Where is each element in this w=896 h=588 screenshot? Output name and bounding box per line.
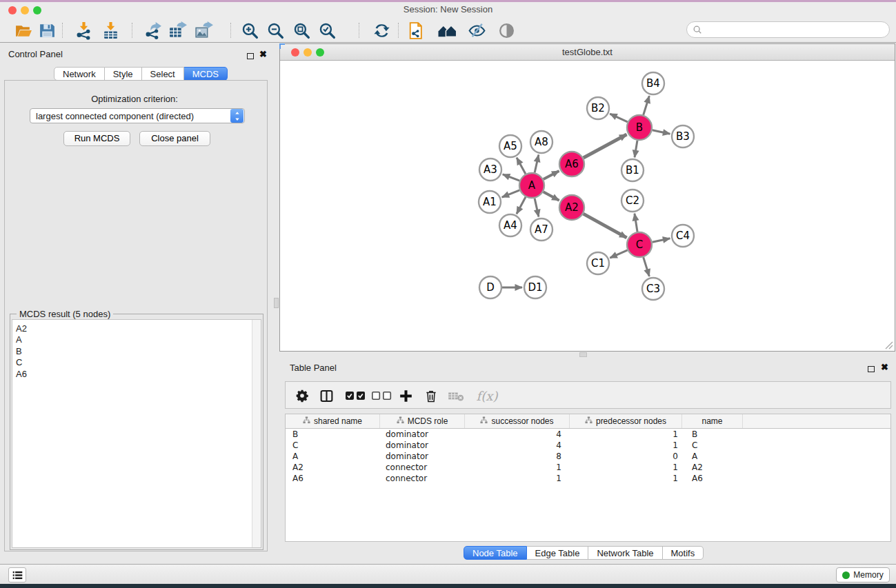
- table-cell[interactable]: A2: [286, 462, 380, 473]
- table-cell[interactable]: 1: [570, 429, 682, 440]
- mcds-result-list[interactable]: A2ABCA6: [12, 319, 261, 548]
- table-cell[interactable]: dominator: [380, 451, 465, 462]
- graph-edge-A-A4[interactable]: [517, 197, 526, 214]
- close-table-panel-icon[interactable]: ✖: [881, 363, 888, 372]
- table-cell[interactable]: 1: [570, 440, 682, 451]
- graph-node-A3[interactable]: A3: [479, 159, 501, 181]
- table-row[interactable]: Bdominator41B: [286, 429, 890, 440]
- network-graph-canvas[interactable]: B4B2BB3A5A8A6B1A3AC2A1A2A4A7C4CC1C3DD1: [280, 61, 895, 351]
- settings-gear-icon[interactable]: [292, 387, 312, 405]
- search-input[interactable]: [705, 25, 889, 34]
- table-cell[interactable]: C: [682, 440, 743, 451]
- tab-network-table[interactable]: Network Table: [588, 546, 662, 560]
- table-cell[interactable]: 4: [465, 429, 570, 440]
- graph-node-A6[interactable]: A6: [559, 152, 584, 176]
- graph-node-C4[interactable]: C4: [672, 225, 694, 247]
- graph-node-A8[interactable]: A8: [530, 131, 552, 153]
- graph-node-C1[interactable]: C1: [587, 252, 609, 274]
- optimization-criterion-select[interactable]: largest connected component (directed): [30, 108, 245, 123]
- table-cell[interactable]: C: [286, 440, 380, 451]
- zoom-out-icon[interactable]: [265, 20, 286, 41]
- graph-node-A7[interactable]: A7: [530, 219, 552, 241]
- task-history-button[interactable]: [8, 567, 26, 582]
- network-from-document-icon[interactable]: [405, 20, 426, 41]
- graph-edge-A-A1[interactable]: [502, 190, 520, 197]
- table-cell[interactable]: 4: [465, 440, 570, 451]
- delete-column-icon[interactable]: [421, 387, 441, 405]
- graph-edge-A-A3[interactable]: [503, 174, 520, 181]
- tab-style[interactable]: Style: [105, 67, 142, 81]
- search-field[interactable]: [686, 21, 890, 38]
- graph-edge-B-B1[interactable]: [635, 141, 637, 157]
- vertical-splitter-handle[interactable]: [274, 298, 279, 308]
- mcds-result-item[interactable]: A: [16, 334, 261, 345]
- horizontal-splitter-handle[interactable]: [579, 352, 587, 357]
- graph-edge-A2-C[interactable]: [584, 214, 627, 238]
- refresh-icon[interactable]: [371, 20, 392, 41]
- column-header-shared-name[interactable]: shared name: [286, 414, 380, 428]
- graph-edge-A6-B[interactable]: [584, 134, 627, 158]
- graph-edge-A-A5[interactable]: [517, 158, 526, 174]
- graph-edge-B-B2[interactable]: [610, 114, 628, 122]
- graph-edge-A-A8[interactable]: [535, 155, 539, 173]
- hide-panel-icon[interactable]: [466, 20, 487, 41]
- zoom-traffic-light[interactable]: [33, 6, 41, 14]
- table-cell[interactable]: A: [286, 451, 380, 462]
- open-folder-icon[interactable]: [13, 20, 34, 41]
- column-header-successor-nodes[interactable]: successor nodes: [465, 414, 570, 428]
- graph-node-A[interactable]: A: [519, 173, 544, 198]
- memory-button[interactable]: Memory: [836, 567, 890, 582]
- table-cell[interactable]: dominator: [380, 429, 465, 440]
- split-columns-icon[interactable]: [317, 387, 336, 405]
- home-icon[interactable]: [437, 20, 457, 41]
- table-row[interactable]: Cdominator41C: [286, 440, 890, 451]
- minimize-traffic-light[interactable]: [21, 6, 29, 14]
- network-close-traffic-light[interactable]: [291, 48, 299, 57]
- tab-network[interactable]: Network: [54, 67, 105, 81]
- deselect-all-icon[interactable]: [370, 387, 393, 405]
- table-cell[interactable]: B: [682, 429, 743, 440]
- export-image-icon[interactable]: [193, 20, 214, 41]
- table-row[interactable]: A2connector11A2: [286, 462, 890, 473]
- tab-select[interactable]: Select: [142, 67, 184, 81]
- import-network-icon[interactable]: [73, 20, 94, 41]
- column-header-MCDS-role[interactable]: MCDS role: [380, 414, 465, 428]
- table-cell[interactable]: 1: [465, 462, 570, 473]
- table-cell[interactable]: connector: [380, 462, 465, 473]
- graph-edge-B-B4[interactable]: [644, 96, 650, 115]
- delete-table-icon[interactable]: [446, 387, 466, 405]
- network-zoom-traffic-light[interactable]: [316, 48, 324, 57]
- table-row[interactable]: A6connector11A6: [286, 473, 890, 484]
- tab-edge-table[interactable]: Edge Table: [527, 546, 589, 560]
- export-table-icon[interactable]: [167, 20, 188, 41]
- graph-node-A2[interactable]: A2: [559, 195, 584, 220]
- table-cell[interactable]: 1: [570, 462, 682, 473]
- select-all-icon[interactable]: [344, 387, 367, 405]
- graph-edge-C-C4[interactable]: [653, 239, 670, 242]
- close-traffic-light[interactable]: [8, 6, 17, 14]
- float-panel-icon[interactable]: [247, 51, 254, 61]
- graph-edge-C-C1[interactable]: [610, 250, 627, 258]
- window-resize-grip[interactable]: [885, 341, 893, 349]
- graph-node-A5[interactable]: A5: [499, 135, 521, 157]
- graph-node-A4[interactable]: A4: [499, 214, 521, 236]
- function-builder-icon[interactable]: f(x): [473, 387, 501, 405]
- table-cell[interactable]: 1: [570, 473, 682, 484]
- node-table[interactable]: shared nameMCDS rolesuccessor nodesprede…: [285, 414, 891, 542]
- tab-motifs[interactable]: Motifs: [663, 546, 704, 560]
- graph-edge-B-B3[interactable]: [653, 130, 670, 134]
- mcds-result-item[interactable]: A6: [16, 369, 261, 380]
- mcds-result-item[interactable]: A2: [16, 323, 261, 334]
- import-table-icon[interactable]: [100, 20, 121, 41]
- column-header-name[interactable]: name: [682, 414, 743, 428]
- graph-node-B4[interactable]: B4: [642, 72, 664, 94]
- network-window-titlebar[interactable]: testGlobe.txt: [280, 44, 895, 61]
- close-panel-button[interactable]: Close panel: [139, 131, 210, 146]
- tab-node-table[interactable]: Node Table: [464, 546, 527, 560]
- table-cell[interactable]: 8: [465, 451, 570, 462]
- graph-node-B[interactable]: B: [627, 115, 652, 140]
- graph-node-C2[interactable]: C2: [621, 190, 644, 212]
- zoom-in-icon[interactable]: [239, 20, 260, 41]
- graph-node-C[interactable]: C: [627, 232, 652, 257]
- float-table-panel-icon[interactable]: [868, 364, 875, 374]
